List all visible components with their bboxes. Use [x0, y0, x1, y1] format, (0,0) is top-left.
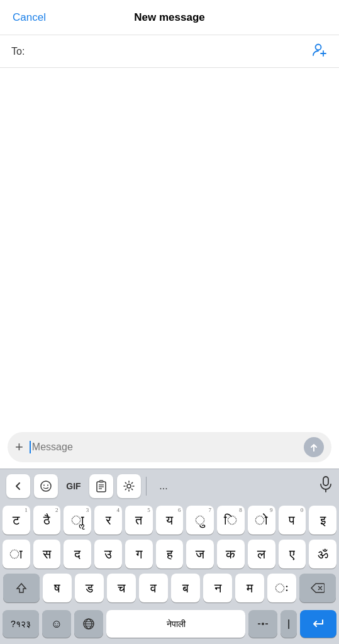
toolbar-separator: [146, 477, 147, 496]
keyboard-row-2: ा स द उ ग ह ज क ल ए ॐ: [3, 540, 336, 569]
key-ta[interactable]: 1ट: [3, 506, 30, 535]
to-input[interactable]: [30, 46, 311, 57]
svg-point-11: [127, 484, 131, 488]
key-e[interactable]: ए: [279, 540, 306, 569]
emoji-key[interactable]: ☺: [42, 610, 71, 638]
clipboard-button[interactable]: [89, 474, 113, 498]
pipe-key[interactable]: |: [281, 610, 297, 638]
key-sa[interactable]: स: [33, 540, 61, 569]
keyboard-toolbar: GIF ...: [0, 469, 339, 503]
key-ma[interactable]: म: [235, 574, 264, 602]
key-aa-vocalic[interactable]: 3ाॢ: [64, 506, 91, 535]
key-ca[interactable]: च: [107, 574, 136, 602]
keyboard-back-button[interactable]: [6, 474, 30, 498]
numbers-key[interactable]: ?१२३: [3, 610, 39, 638]
key-visarga[interactable]: ः: [267, 574, 296, 602]
key-u-matra[interactable]: 7ु: [186, 506, 214, 535]
gif-button[interactable]: GIF: [62, 474, 86, 498]
key-u[interactable]: उ: [94, 540, 122, 569]
return-key[interactable]: [300, 610, 336, 638]
key-aa-matra[interactable]: ा: [3, 540, 30, 569]
key-tha-ai[interactable]: 2ठै: [33, 506, 61, 535]
key-sha[interactable]: ष: [43, 574, 72, 602]
key-dda[interactable]: ड: [75, 574, 104, 602]
settings-button[interactable]: [117, 474, 141, 498]
send-button[interactable]: [304, 437, 324, 457]
keyboard-row-1: 1ट 2ठै 3ाॢ 4र 5त 6य 7ु 8ि 9ो 0प इ: [3, 506, 336, 535]
backspace-key[interactable]: [299, 574, 336, 602]
key-ha[interactable]: ह: [156, 540, 184, 569]
svg-point-3: [41, 481, 51, 491]
emoji-sticker-button[interactable]: [34, 474, 58, 498]
space-key[interactable]: नेपाली: [106, 610, 245, 638]
keyboard-bottom-row: ?१२३ ☺ नेपाली |: [0, 608, 339, 644]
key-ja[interactable]: ज: [186, 540, 214, 569]
globe-key[interactable]: [74, 610, 103, 638]
header: Cancel New message: [0, 0, 339, 35]
key-i[interactable]: इ: [309, 506, 336, 535]
page-title: New message: [134, 11, 204, 24]
message-body: [0, 68, 339, 426]
key-na[interactable]: न: [203, 574, 232, 602]
key-pa[interactable]: 0प: [279, 506, 306, 535]
shift-key[interactable]: [3, 574, 40, 602]
key-ka[interactable]: क: [217, 540, 245, 569]
key-ga[interactable]: ग: [125, 540, 153, 569]
key-da[interactable]: द: [64, 540, 91, 569]
keyboard-row-3: ष ड च व ब न म ः: [3, 574, 336, 602]
keyboard: 1ट 2ठै 3ाॢ 4र 5त 6य 7ु 8ि 9ो 0प इ ा स द …: [0, 503, 339, 608]
key-i-matra[interactable]: 8ि: [217, 506, 245, 535]
key-ta2[interactable]: 5त: [125, 506, 153, 535]
cancel-button[interactable]: Cancel: [13, 11, 46, 24]
message-bar: +: [8, 432, 331, 462]
key-la[interactable]: ल: [248, 540, 275, 569]
key-om[interactable]: ॐ: [309, 540, 336, 569]
cursor: [30, 441, 31, 453]
key-ra[interactable]: 4र: [94, 506, 122, 535]
add-contact-icon[interactable]: [311, 42, 328, 62]
svg-point-16: [262, 623, 264, 625]
to-row: To:: [0, 35, 339, 68]
key-va[interactable]: व: [139, 574, 168, 602]
to-label: To:: [11, 46, 25, 57]
key-o-matra[interactable]: 9ो: [248, 506, 275, 535]
split-key[interactable]: [248, 610, 277, 638]
mic-button[interactable]: [319, 476, 333, 496]
svg-point-4: [43, 485, 45, 486]
svg-rect-12: [323, 477, 328, 486]
svg-point-0: [316, 44, 321, 50]
plus-button[interactable]: +: [15, 440, 23, 454]
more-options-button[interactable]: ...: [152, 474, 175, 498]
key-ba[interactable]: ब: [171, 574, 200, 602]
svg-rect-7: [99, 480, 103, 482]
key-ya[interactable]: 6य: [156, 506, 184, 535]
svg-point-5: [47, 485, 48, 486]
message-input[interactable]: [32, 441, 297, 453]
